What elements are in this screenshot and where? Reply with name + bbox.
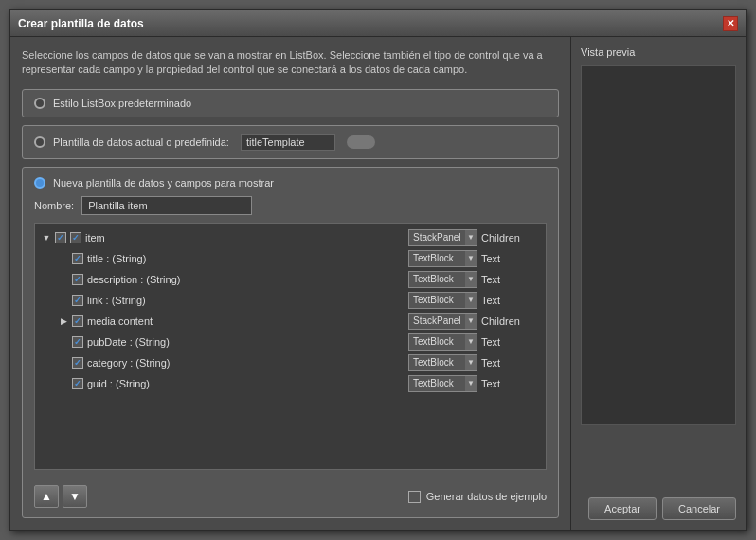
vista-previa-label: Vista previa xyxy=(581,46,736,58)
tree-row: ▼ item StackPanel TextBlock ▼ Child xyxy=(39,227,542,248)
tree-table: ▼ item StackPanel TextBlock ▼ Child xyxy=(34,223,547,470)
control-select-category[interactable]: TextBlock StackPanel xyxy=(408,354,465,371)
control-select-media[interactable]: StackPanel TextBlock xyxy=(408,313,465,330)
close-button[interactable]: ✕ xyxy=(723,16,738,31)
checkbox-media[interactable] xyxy=(72,315,83,327)
generar-label: Generar datos de ejemplo xyxy=(426,491,547,502)
checkbox-category[interactable] xyxy=(72,357,83,369)
expand-media-btn[interactable]: ▶ xyxy=(58,315,69,327)
node-link: link : (String) xyxy=(87,295,408,306)
node-media: media:content xyxy=(87,315,408,327)
checkbox-link[interactable] xyxy=(72,295,83,306)
nombre-row: Nombre: xyxy=(34,196,547,215)
node-category: category : (String) xyxy=(87,357,408,369)
option3-radio[interactable] xyxy=(34,177,45,189)
option1-box[interactable]: Estilo ListBox predeterminado xyxy=(22,89,559,117)
control-arrow-item[interactable]: ▼ xyxy=(465,229,477,246)
checkbox-description[interactable] xyxy=(72,274,83,285)
title-bar: Crear plantilla de datos ✕ xyxy=(10,10,746,37)
node-title: title : (String) xyxy=(87,253,408,264)
dialog-body: Seleccione los campos de datos que se va… xyxy=(10,37,746,530)
control-select-item[interactable]: StackPanel TextBlock xyxy=(408,229,465,246)
property-item: Children xyxy=(481,232,538,243)
property-title: Text xyxy=(481,253,538,264)
tree-row: description : (String) TextBlock StackPa… xyxy=(39,269,542,290)
control-arrow-guid[interactable]: ▼ xyxy=(465,375,477,392)
dialog-title: Crear plantilla de datos xyxy=(18,17,144,30)
option1-label: Estilo ListBox predeterminado xyxy=(53,98,191,109)
control-arrow-link[interactable]: ▼ xyxy=(465,292,477,309)
option3-label: Nueva plantilla de datos y campos para m… xyxy=(53,177,274,189)
aceptar-button[interactable]: Aceptar xyxy=(588,497,657,520)
control-select-description[interactable]: TextBlock StackPanel xyxy=(408,271,465,288)
control-select-wrapper-pubdate: TextBlock StackPanel ▼ xyxy=(408,333,477,351)
control-arrow-pubdate[interactable]: ▼ xyxy=(465,333,477,351)
checkbox-title[interactable] xyxy=(72,253,83,264)
checkbox-item2[interactable] xyxy=(70,232,81,243)
checkbox-guid[interactable] xyxy=(72,378,83,389)
control-select-wrapper-desc: TextBlock StackPanel ▼ xyxy=(408,271,477,288)
control-select-wrapper-guid: TextBlock StackPanel ▼ xyxy=(408,375,477,392)
side-panel: Vista previa Aceptar Cancelar xyxy=(570,37,746,530)
option2-label: Plantilla de datos actual o predefinida: xyxy=(53,136,229,148)
template-input[interactable] xyxy=(241,134,335,151)
dialog-container: Crear plantilla de datos ✕ Seleccione lo… xyxy=(9,9,747,531)
control-arrow-category[interactable]: ▼ xyxy=(465,354,477,371)
nueva-plantilla-box: Nueva plantilla de datos y campos para m… xyxy=(22,167,559,518)
property-guid: Text xyxy=(481,378,538,389)
move-down-button[interactable]: ▼ xyxy=(63,485,87,508)
checkbox-item[interactable] xyxy=(55,232,66,243)
control-arrow-desc[interactable]: ▼ xyxy=(465,271,477,288)
tree-row: ▶ media:content StackPanel TextBlock ▼ C… xyxy=(39,311,542,332)
option2-radio[interactable] xyxy=(34,136,45,148)
control-select-title[interactable]: TextBlock StackPanel xyxy=(408,250,465,267)
tree-row: link : (String) TextBlock StackPanel ▼ T… xyxy=(39,290,542,311)
tree-row: title : (String) TextBlock StackPanel ▼ … xyxy=(39,248,542,269)
tree-row: pubDate : (String) TextBlock StackPanel … xyxy=(39,332,542,352)
control-select-guid[interactable]: TextBlock StackPanel xyxy=(408,375,465,392)
option1-radio[interactable] xyxy=(34,98,45,109)
control-select-wrapper-category: TextBlock StackPanel ▼ xyxy=(408,354,477,371)
preview-area xyxy=(581,65,736,425)
control-arrow-title[interactable]: ▼ xyxy=(465,250,477,267)
option3-row[interactable]: Nueva plantilla de datos y campos para m… xyxy=(34,177,547,189)
control-select-wrapper-item: StackPanel TextBlock ▼ xyxy=(408,229,477,246)
control-select-wrapper-link: TextBlock StackPanel ▼ xyxy=(408,292,477,309)
node-pubdate: pubDate : (String) xyxy=(87,336,408,348)
toggle-switch[interactable] xyxy=(347,135,375,149)
property-link: Text xyxy=(481,295,538,306)
control-select-wrapper-title: TextBlock StackPanel ▼ xyxy=(408,250,477,267)
bottom-bar: ▲ ▼ Generar datos de ejemplo xyxy=(34,485,547,508)
property-pubdate: Text xyxy=(481,336,538,348)
cancelar-button[interactable]: Cancelar xyxy=(662,497,736,520)
option2-box[interactable]: Plantilla de datos actual o predefinida: xyxy=(22,125,559,159)
property-category: Text xyxy=(481,357,538,369)
node-item: item xyxy=(85,232,408,243)
arrow-buttons: ▲ ▼ xyxy=(34,485,87,508)
side-buttons: Aceptar Cancelar xyxy=(581,488,736,520)
generar-row: Generar datos de ejemplo xyxy=(408,491,547,503)
nombre-input[interactable] xyxy=(81,196,252,215)
node-description: description : (String) xyxy=(87,274,408,285)
control-select-pubdate[interactable]: TextBlock StackPanel xyxy=(408,333,465,351)
property-description: Text xyxy=(481,274,538,285)
tree-row: category : (String) TextBlock StackPanel… xyxy=(39,352,542,373)
control-select-link[interactable]: TextBlock StackPanel xyxy=(408,292,465,309)
description-text: Seleccione los campos de datos que se va… xyxy=(22,48,559,78)
property-media: Children xyxy=(481,315,538,327)
main-content: Seleccione los campos de datos que se va… xyxy=(10,37,570,530)
move-up-button[interactable]: ▲ xyxy=(34,485,59,508)
node-guid: guid : (String) xyxy=(87,378,408,389)
generar-checkbox[interactable] xyxy=(408,491,421,503)
checkbox-pubdate[interactable] xyxy=(72,336,83,348)
nombre-label: Nombre: xyxy=(34,200,74,211)
tree-row: guid : (String) TextBlock StackPanel ▼ T… xyxy=(39,373,542,394)
expand-item-btn[interactable]: ▼ xyxy=(41,232,52,243)
control-arrow-media[interactable]: ▼ xyxy=(465,313,477,330)
control-select-wrapper-media: StackPanel TextBlock ▼ xyxy=(408,313,477,330)
